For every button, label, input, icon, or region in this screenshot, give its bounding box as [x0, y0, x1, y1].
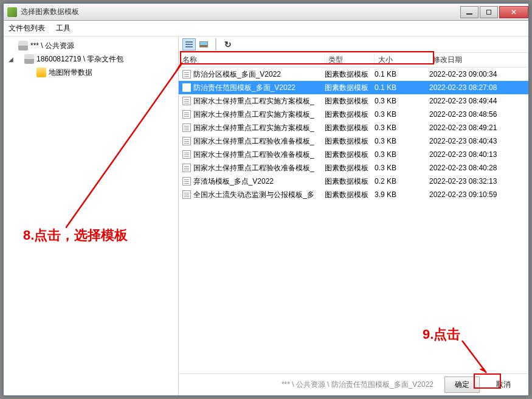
row-type: 图素数据模板	[325, 163, 375, 173]
menubar: 文件包列表 工具	[4, 21, 528, 36]
close-button[interactable]: ✕	[499, 6, 528, 18]
row-size: 0.3 KB	[375, 110, 429, 119]
tree-node-2-label: 地图附带数据	[49, 68, 92, 78]
table-row[interactable]: 国家水土保持重点工程验收准备模板_图素数据模板0.3 KB2022-02-23 …	[179, 161, 528, 175]
minimize-button[interactable]	[460, 6, 478, 18]
footer-path: *** \ 公共资源 \ 防治责任范围模板_多面_V2022	[282, 380, 434, 390]
view-thumb-button[interactable]	[197, 38, 210, 50]
file-icon	[182, 97, 191, 105]
table-row[interactable]: 全国水土流失动态监测与公报模板_多图素数据模板3.9 KB2022-02-23 …	[179, 188, 528, 201]
tree-root-label: *** \ 公共资源	[30, 41, 74, 51]
row-type: 图素数据模板	[325, 176, 375, 187]
file-icon	[182, 164, 191, 172]
col-size[interactable]: 大小	[375, 53, 429, 67]
col-date[interactable]: 修改日期	[429, 53, 528, 67]
row-size: 0.3 KB	[375, 97, 429, 105]
tree-node-2[interactable]: 地图附带数据	[4, 66, 178, 79]
folder-icon	[36, 68, 46, 77]
table-row[interactable]: 国家水土保持重点工程验收准备模板_图素数据模板0.3 KB2022-02-23 …	[179, 148, 528, 161]
tree-root[interactable]: *** \ 公共资源	[4, 39, 178, 52]
row-date: 2022-02-23 08:40:28	[429, 164, 528, 172]
drive-icon	[24, 54, 34, 64]
row-size: 0.3 KB	[375, 137, 429, 145]
drive-icon	[18, 41, 28, 50]
row-date: 2022-02-23 08:40:43	[429, 137, 528, 145]
sidebar-tree: *** \ 公共资源 ◢ 18600812719 \ 零杂文件包 地图附带数据	[4, 36, 179, 395]
row-type: 图素数据模板	[325, 96, 375, 106]
table-row[interactable]: 国家水土保持重点工程实施方案模板_图素数据模板0.3 KB2022-02-23 …	[179, 94, 528, 108]
col-type[interactable]: 类型	[325, 53, 375, 67]
file-icon	[182, 190, 191, 199]
row-name: 防治分区模板_多面_V2022	[193, 69, 325, 80]
col-name[interactable]: 名称	[179, 53, 325, 67]
row-date: 2022-02-23 08:48:56	[429, 110, 528, 119]
row-date: 2022-02-23 08:49:21	[429, 123, 528, 132]
file-icon	[182, 137, 191, 145]
window-title: 选择图素数据模板	[21, 7, 459, 17]
file-icon	[182, 83, 191, 92]
file-list: 防治分区模板_多面_V2022图素数据模板0.1 KB2022-02-23 09…	[179, 68, 528, 373]
maximize-button[interactable]	[480, 6, 498, 18]
refresh-button[interactable]: ↻	[221, 38, 235, 50]
row-size: 0.2 KB	[375, 177, 429, 186]
table-row[interactable]: 国家水土保持重点工程实施方案模板_图素数据模板0.3 KB2022-02-23 …	[179, 121, 528, 134]
menu-tools[interactable]: 工具	[56, 23, 71, 33]
row-size: 0.3 KB	[375, 150, 429, 159]
row-name: 国家水土保持重点工程实施方案模板_	[193, 123, 325, 133]
row-name: 弃渣场模板_多点_V2022	[193, 176, 325, 187]
cancel-button[interactable]: 取消	[486, 376, 521, 393]
file-icon	[182, 70, 191, 78]
row-date: 2022-02-23 08:49:44	[429, 97, 528, 105]
file-icon	[182, 123, 191, 132]
ok-button[interactable]: 确定	[444, 376, 480, 393]
view-list-button[interactable]	[182, 38, 196, 50]
row-size: 0.1 KB	[375, 83, 429, 92]
dialog-window: 选择图素数据模板 ✕ 文件包列表 工具 *** \ 公共资源 ◢ 1860081…	[3, 3, 529, 396]
row-size: 3.9 KB	[375, 190, 429, 199]
list-header: 名称 类型 大小 修改日期	[179, 53, 528, 68]
row-type: 图素数据模板	[325, 123, 375, 133]
footer: *** \ 公共资源 \ 防治责任范围模板_多面_V2022 确定 取消	[179, 373, 528, 395]
row-date: 2022-02-23 09:00:34	[429, 70, 528, 78]
row-type: 图素数据模板	[325, 150, 375, 160]
row-date: 2022-02-23 08:32:13	[429, 177, 528, 186]
table-row[interactable]: 国家水土保持重点工程验收准备模板_图素数据模板0.3 KB2022-02-23 …	[179, 134, 528, 148]
table-row[interactable]: 防治分区模板_多面_V2022图素数据模板0.1 KB2022-02-23 09…	[179, 68, 528, 81]
row-date: 2022-02-23 08:40:13	[429, 150, 528, 159]
collapse-icon[interactable]: ◢	[7, 56, 15, 63]
row-size: 0.3 KB	[375, 164, 429, 172]
row-type: 图素数据模板	[325, 83, 375, 93]
row-size: 0.1 KB	[375, 70, 429, 78]
table-row[interactable]: 防治责任范围模板_多面_V2022图素数据模板0.1 KB2022-02-23 …	[179, 81, 528, 94]
row-size: 0.3 KB	[375, 123, 429, 132]
row-name: 国家水土保持重点工程实施方案模板_	[193, 109, 325, 120]
table-row[interactable]: 国家水土保持重点工程实施方案模板_图素数据模板0.3 KB2022-02-23 …	[179, 108, 528, 121]
file-icon	[182, 150, 191, 159]
row-type: 图素数据模板	[325, 136, 375, 147]
row-name: 国家水土保持重点工程验收准备模板_	[193, 163, 325, 173]
menu-filelist[interactable]: 文件包列表	[9, 23, 45, 33]
row-type: 图素数据模板	[325, 69, 375, 80]
table-row[interactable]: 弃渣场模板_多点_V2022图素数据模板0.2 KB2022-02-23 08:…	[179, 175, 528, 188]
row-type: 图素数据模板	[325, 109, 375, 120]
row-name: 国家水土保持重点工程实施方案模板_	[193, 96, 325, 106]
row-date: 2022-02-23 09:10:59	[429, 190, 528, 199]
app-icon	[7, 7, 17, 17]
tree-node-1[interactable]: ◢ 18600812719 \ 零杂文件包	[4, 52, 178, 66]
file-icon	[182, 177, 191, 186]
row-name: 国家水土保持重点工程验收准备模板_	[193, 136, 325, 147]
row-date: 2022-02-23 08:27:08	[429, 83, 528, 92]
toolbar: ↻	[179, 36, 528, 53]
row-type: 图素数据模板	[325, 190, 375, 200]
row-name: 防治责任范围模板_多面_V2022	[193, 83, 325, 93]
file-icon	[182, 110, 191, 119]
row-name: 国家水土保持重点工程验收准备模板_	[193, 150, 325, 160]
titlebar: 选择图素数据模板 ✕	[4, 4, 528, 21]
tree-node-1-label: 18600812719 \ 零杂文件包	[36, 54, 123, 64]
row-name: 全国水土流失动态监测与公报模板_多	[193, 190, 325, 200]
separator	[215, 38, 216, 50]
